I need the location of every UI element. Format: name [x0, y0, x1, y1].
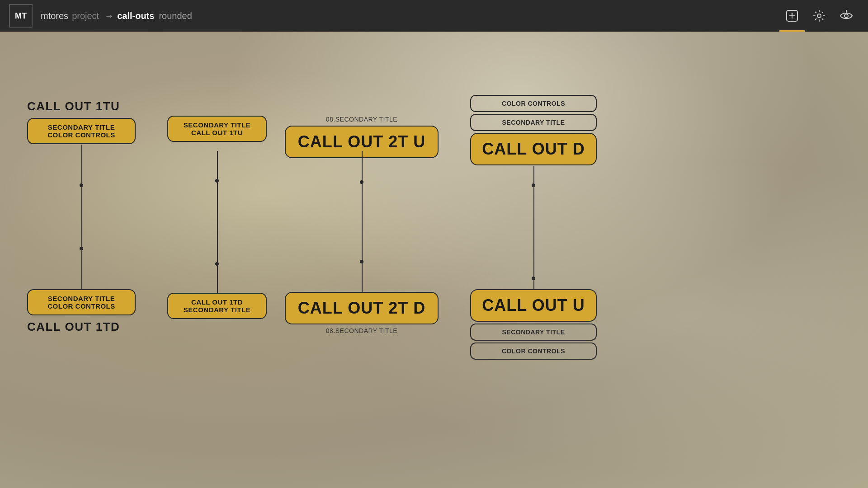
- svg-point-3: [817, 14, 821, 18]
- callout-1td-right-label: CALL OUT 1TD: [177, 298, 257, 306]
- dot-c3-bottom: [360, 180, 363, 184]
- dot-c4-bottom: [532, 183, 535, 187]
- callout-1td-right-box: CALL OUT 1TD SECONDARY TITLE: [167, 293, 267, 319]
- callout-d-main: CALL OUT D: [482, 140, 585, 159]
- breadcrumb-project: mtores: [41, 11, 68, 21]
- callout-1tu-secondary: SECONDARY TITLE: [37, 123, 126, 131]
- breadcrumb-label1: project: [72, 11, 99, 21]
- vline-c3-bottom: [362, 182, 363, 292]
- callout-1td-bottom: SECONDARY TITLE COLOR CONTROLS CALL OUT …: [27, 289, 136, 334]
- logo-text: MT: [15, 11, 27, 21]
- callout-d-top: COLOR CONTROLS SECONDARY TITLE CALL OUT …: [470, 95, 597, 165]
- logo: MT: [9, 4, 33, 28]
- eye-button[interactable]: [834, 0, 859, 32]
- callout-u-secondary: SECONDARY TITLE: [502, 328, 565, 336]
- callout-1tu-right-label: CALL OUT 1TU: [177, 129, 257, 136]
- callout-2td-subtitle: 08.SECONDARY TITLE: [285, 327, 439, 334]
- callout-d-box: CALL OUT D: [470, 133, 597, 165]
- breadcrumb-arrow: →: [104, 11, 113, 21]
- add-button[interactable]: [779, 0, 805, 32]
- callout-2td-box: CALL OUT 2T D: [285, 292, 439, 324]
- callout-2td-main: CALL OUT 2T D: [298, 299, 425, 318]
- vline-c4-bottom: [533, 185, 534, 289]
- callout-2tu-main: CALL OUT 2T U: [298, 132, 425, 151]
- breadcrumb-current: call-outs: [117, 11, 154, 21]
- callout-1td-right-secondary: SECONDARY TITLE: [177, 306, 257, 314]
- callout-1td-color: COLOR CONTROLS: [37, 302, 126, 310]
- canvas: CALL OUT 1TU SECONDARY TITLE COLOR CONTR…: [0, 32, 868, 488]
- callout-2tu-subtitle: 08.SECONDARY TITLE: [285, 116, 439, 123]
- svg-point-4: [844, 14, 848, 18]
- breadcrumb-suffix: rounded: [159, 11, 192, 21]
- callout-1tu-title: CALL OUT 1TU: [27, 99, 136, 113]
- settings-button[interactable]: [807, 0, 832, 32]
- callout-u-main: CALL OUT U: [482, 296, 585, 315]
- callout-2td-bottom: CALL OUT 2T D 08.SECONDARY TITLE: [285, 292, 439, 334]
- callout-1tu-right-top: SECONDARY TITLE CALL OUT 1TU: [167, 116, 267, 142]
- callout-1tu-right-secondary: SECONDARY TITLE: [177, 121, 257, 129]
- callout-u-box: CALL OUT U: [470, 289, 597, 322]
- vline-1td-top: [81, 185, 82, 289]
- breadcrumb: mtores project → call-outs rounded: [41, 11, 192, 21]
- nav-icons: [779, 0, 859, 32]
- callout-1td-box: SECONDARY TITLE COLOR CONTROLS: [27, 289, 136, 315]
- callout-1tu-right-box: SECONDARY TITLE CALL OUT 1TU: [167, 116, 267, 142]
- callout-u-color: COLOR CONTROLS: [502, 347, 565, 355]
- callout-1td-title: CALL OUT 1TD: [27, 320, 136, 334]
- callout-1td-secondary: SECONDARY TITLE: [37, 295, 126, 302]
- dot-1td-top: [80, 183, 83, 187]
- callout-1tu-color: COLOR CONTROLS: [37, 131, 126, 139]
- callout-u-bottom: CALL OUT U SECONDARY TITLE COLOR CONTROL…: [470, 289, 597, 360]
- dot-c2-bottom: [215, 179, 219, 183]
- callout-1tu-top: CALL OUT 1TU SECONDARY TITLE COLOR CONTR…: [27, 99, 136, 144]
- callout-d-secondary: SECONDARY TITLE: [502, 119, 565, 126]
- topnav: MT mtores project → call-outs rounded: [0, 0, 868, 32]
- callout-1td-right-bottom: CALL OUT 1TD SECONDARY TITLE: [167, 293, 267, 319]
- vline-c2-bottom: [217, 181, 218, 293]
- callout-2tu-top: 08.SECONDARY TITLE CALL OUT 2T U: [285, 116, 439, 158]
- callout-1tu-box: SECONDARY TITLE COLOR CONTROLS: [27, 118, 136, 144]
- callout-d-color: COLOR CONTROLS: [502, 100, 565, 107]
